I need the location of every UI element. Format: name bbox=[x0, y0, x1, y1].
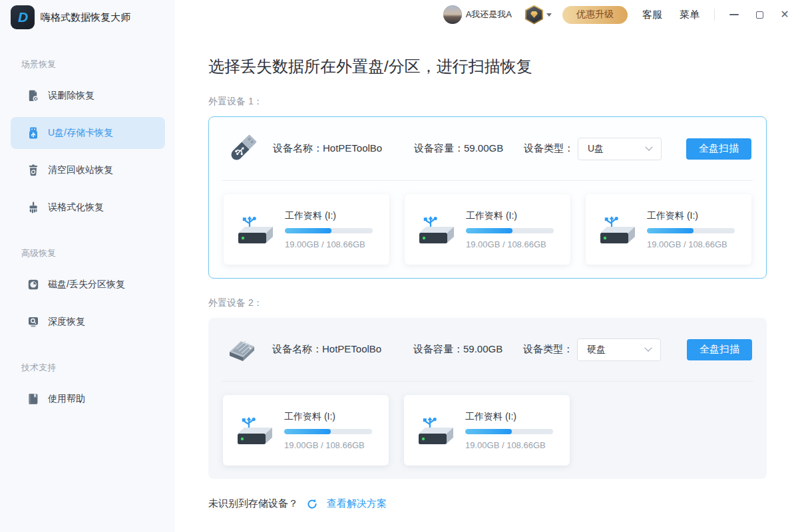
partition-card[interactable]: 工作资料 (I:) 19.00GB / 108.66GB bbox=[224, 194, 389, 265]
sidebar-section-advanced: 高级恢复 bbox=[21, 247, 175, 259]
vip-diamond-icon[interactable] bbox=[525, 5, 543, 25]
maximize-icon bbox=[756, 11, 763, 19]
usb-drive-icon bbox=[598, 213, 635, 245]
user-avatar[interactable] bbox=[443, 5, 462, 24]
device-type-label: 设备类型： bbox=[524, 142, 574, 155]
help-book-icon bbox=[27, 392, 40, 406]
partition-name: 工作资料 (I:) bbox=[285, 210, 373, 222]
app-logo-row: D 嗨格式数据恢复大师 bbox=[0, 0, 175, 35]
partition-usage-text: 19.00GB / 108.66GB bbox=[465, 440, 553, 450]
partition-info: 工作资料 (I:) 19.00GB / 108.66GB bbox=[466, 210, 554, 249]
usb-flash-drive-icon bbox=[224, 130, 261, 168]
sidebar-item-label: 磁盘/丢失分区恢复 bbox=[48, 279, 125, 291]
recycle-bin-icon bbox=[27, 164, 40, 177]
device-type-select[interactable]: 硬盘 bbox=[577, 338, 661, 361]
usb-drive-icon bbox=[417, 213, 454, 245]
sidebar-item-label: 误删除恢复 bbox=[48, 90, 95, 102]
device-type-value: U盘 bbox=[588, 143, 604, 155]
device-1-label: 外置设备 1： bbox=[208, 96, 767, 108]
partition-usage-text: 19.00GB / 108.66GB bbox=[647, 239, 735, 249]
partition-usage-fill bbox=[285, 228, 331, 233]
sidebar-item-format-recovery[interactable]: 误格式化恢复 bbox=[11, 192, 165, 223]
sidebar-item-label: 使用帮助 bbox=[48, 393, 85, 405]
partition-usage-fill bbox=[466, 228, 512, 233]
device-name-label: 设备名称： bbox=[272, 343, 322, 354]
sidebar-item-usb-recovery[interactable]: U盘/存储卡恢复 bbox=[11, 117, 165, 149]
close-button[interactable]: ✕ bbox=[779, 9, 791, 21]
format-brush-icon bbox=[27, 201, 40, 214]
partition-usage-bar bbox=[285, 228, 373, 233]
menu-link[interactable]: 菜单 bbox=[680, 9, 700, 21]
partition-card[interactable]: 工作资料 (I:) 19.00GB / 108.66GB bbox=[586, 194, 751, 265]
full-scan-button[interactable]: 全盘扫描 bbox=[686, 138, 751, 160]
app-logo-icon: D bbox=[11, 5, 35, 29]
chevron-down-icon bbox=[644, 344, 652, 351]
partition-info: 工作资料 (I:) 19.00GB / 108.66GB bbox=[647, 210, 735, 249]
device-name-label: 设备名称： bbox=[273, 142, 323, 154]
diamond-gem-icon bbox=[530, 11, 538, 18]
partition-card[interactable]: 工作资料 (I:) 19.00GB / 108.66GB bbox=[405, 194, 570, 265]
device-1-partitions: 工作资料 (I:) 19.00GB / 108.66GB bbox=[209, 181, 766, 278]
top-header: A我还是我A 优惠升级 客服 菜单 ✕ bbox=[175, 0, 804, 29]
header-divider bbox=[714, 9, 715, 21]
logo-letter: D bbox=[18, 9, 27, 25]
device-panel-2[interactable]: 设备名称：HotPEToolBo 设备容量：59.00GB 设备类型： 硬盘 全… bbox=[208, 318, 767, 479]
username: A我还是我A bbox=[466, 9, 512, 21]
device-capacity-label: 设备容量： bbox=[414, 142, 464, 154]
partition-info: 工作资料 (I:) 19.00GB / 108.66GB bbox=[285, 210, 373, 249]
partition-name: 工作资料 (I:) bbox=[465, 411, 553, 423]
partition-card[interactable]: 工作资料 (I:) 19.00GB / 108.66GB bbox=[223, 395, 389, 466]
minimize-button[interactable] bbox=[728, 9, 740, 21]
device-type-select[interactable]: U盘 bbox=[578, 138, 662, 160]
close-icon: ✕ bbox=[780, 9, 789, 20]
device-2-label: 外置设备 2： bbox=[208, 297, 767, 309]
sidebar-nav-support: 使用帮助 bbox=[0, 383, 175, 415]
usb-drive-icon bbox=[235, 414, 272, 446]
device-name-field: 设备名称：HotPEToolBo bbox=[272, 343, 413, 356]
device-type-value: 硬盘 bbox=[587, 344, 606, 356]
hard-disk-icon bbox=[223, 331, 260, 368]
partition-usage-fill bbox=[465, 429, 512, 434]
partition-usage-bar bbox=[465, 429, 553, 434]
upgrade-button[interactable]: 优惠升级 bbox=[562, 6, 628, 24]
maximize-button[interactable] bbox=[753, 9, 765, 21]
not-recognized-question: 未识别到存储设备？ bbox=[208, 497, 298, 510]
sidebar-nav-scene: 误删除恢复 U盘/存储卡恢复 bbox=[0, 80, 175, 223]
content: 选择丢失数据所在外置盘/分区，进行扫描恢复 外置设备 1： bbox=[175, 29, 804, 510]
device-name-value: HotPEToolBo bbox=[323, 142, 382, 154]
refresh-icon[interactable] bbox=[306, 498, 318, 510]
sidebar-item-recycle-bin-recovery[interactable]: 清空回收站恢复 bbox=[11, 154, 165, 186]
full-scan-button[interactable]: 全盘扫描 bbox=[687, 339, 752, 360]
sidebar-section-support: 技术支持 bbox=[21, 362, 175, 374]
usb-drive-icon bbox=[236, 213, 273, 245]
device-capacity-field: 设备容量：59.00GB bbox=[414, 142, 524, 155]
caret-down-icon[interactable] bbox=[546, 13, 552, 17]
customer-service-link[interactable]: 客服 bbox=[642, 9, 662, 21]
app-title: 嗨格式数据恢复大师 bbox=[41, 11, 130, 24]
device-1-header: 设备名称：HotPEToolBo 设备容量：59.00GB 设备类型： U盘 全… bbox=[209, 117, 766, 180]
sidebar-item-deep-recovery[interactable]: 深度恢复 bbox=[11, 306, 165, 338]
partition-name: 工作资料 (I:) bbox=[647, 210, 735, 222]
device-2-partitions: 工作资料 (I:) 19.00GB / 108.66GB bbox=[208, 382, 767, 479]
sidebar-item-label: 清空回收站恢复 bbox=[48, 164, 113, 176]
sidebar-item-label: U盘/存储卡恢复 bbox=[48, 127, 113, 139]
sidebar: D 嗨格式数据恢复大师 场景恢复 误删除恢复 bbox=[0, 0, 175, 532]
device-panel-1[interactable]: 设备名称：HotPEToolBo 设备容量：59.00GB 设备类型： U盘 全… bbox=[208, 116, 767, 279]
partition-usage-bar bbox=[466, 228, 554, 233]
partition-card[interactable]: 工作资料 (I:) 19.00GB / 108.66GB bbox=[404, 395, 570, 466]
app-window: D 嗨格式数据恢复大师 场景恢复 误删除恢复 bbox=[0, 0, 804, 532]
sidebar-item-deleted-recovery[interactable]: 误删除恢复 bbox=[11, 80, 165, 112]
partition-info: 工作资料 (I:) 19.00GB / 108.66GB bbox=[465, 411, 553, 450]
partition-name: 工作资料 (I:) bbox=[284, 411, 372, 423]
sidebar-item-help[interactable]: 使用帮助 bbox=[11, 383, 165, 415]
sidebar-item-label: 深度恢复 bbox=[48, 316, 85, 328]
partition-usage-fill bbox=[284, 429, 331, 434]
view-solution-link[interactable]: 查看解决方案 bbox=[327, 497, 387, 510]
device-capacity-value: 59.00GB bbox=[463, 343, 502, 354]
device-2-header: 设备名称：HotPEToolBo 设备容量：59.00GB 设备类型： 硬盘 全… bbox=[208, 318, 767, 381]
device-type-label: 设备类型： bbox=[523, 343, 573, 356]
sidebar-item-disk-partition-recovery[interactable]: 磁盘/丢失分区恢复 bbox=[11, 269, 165, 301]
main-area: A我还是我A 优惠升级 客服 菜单 ✕ 选择丢失数据所在外置盘/分区，进行扫描恢… bbox=[175, 0, 804, 532]
chevron-down-icon bbox=[645, 143, 652, 150]
partition-usage-text: 19.00GB / 108.66GB bbox=[466, 239, 554, 249]
